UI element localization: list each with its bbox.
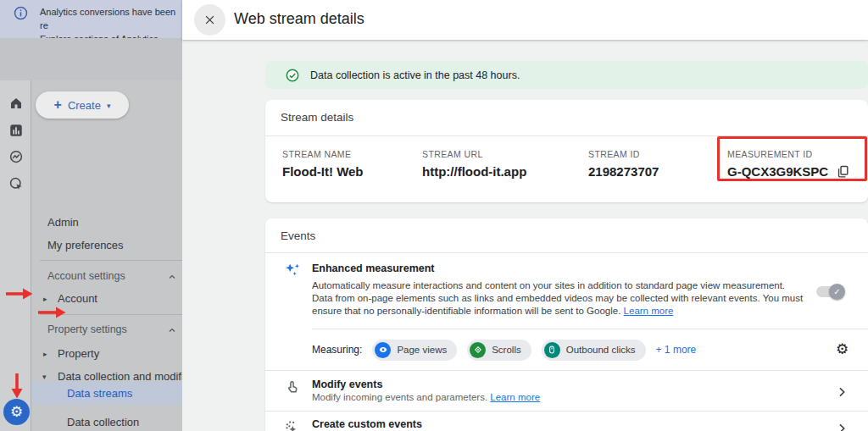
enhanced-measurement-toggle[interactable]: ✓	[816, 286, 843, 297]
enhanced-measurement-title: Enhanced measurement	[312, 262, 435, 274]
close-icon	[203, 14, 216, 26]
page-title: Web stream details	[234, 10, 364, 28]
page-views-icon	[375, 342, 391, 358]
modify-events-description: Modify incoming events and parameters. L…	[312, 392, 540, 402]
create-custom-events-icon	[284, 419, 300, 431]
panel-header: Web stream details	[182, 0, 868, 40]
panel-body: Data collection is active in the past 48…	[182, 40, 868, 431]
field-stream-id: STREAM ID 2198273707	[588, 149, 659, 179]
status-text: Data collection is active in the past 48…	[310, 69, 520, 81]
check-icon: ✓	[833, 288, 840, 296]
nav-item-data-collection-mod[interactable]: Data collection and modifica..	[58, 370, 202, 383]
annotation-arrow-data-streams	[37, 307, 66, 318]
gear-icon[interactable]: ⚙	[836, 342, 851, 357]
card-divider	[265, 411, 868, 412]
chevron-down-icon: ▾	[107, 102, 111, 110]
chevron-right-icon[interactable]	[835, 422, 849, 431]
create-button[interactable]: + Create ▾	[36, 91, 129, 119]
reports-icon[interactable]	[8, 123, 24, 138]
analytics-app: Analytics conversions have been re Explo…	[0, 0, 868, 431]
web-stream-details-panel: Web stream details Data collection is ac…	[182, 0, 868, 431]
card-divider	[265, 252, 868, 253]
enhanced-measurement-icon	[284, 262, 300, 278]
nav-section-property-settings[interactable]: Property settings	[47, 323, 127, 335]
notification-banner: Analytics conversions have been re Explo…	[0, 0, 182, 38]
check-circle-icon	[286, 69, 299, 82]
inset-divider	[312, 329, 868, 329]
nav-item-admin[interactable]: Admin	[47, 216, 79, 229]
advertising-icon[interactable]	[8, 176, 24, 191]
measurement-id-highlight-box	[717, 136, 867, 181]
chip-scrolls[interactable]: Scrolls	[467, 340, 531, 361]
chip-outbound-clicks[interactable]: Outbound clicks	[542, 340, 646, 361]
nav-divider	[40, 260, 182, 261]
measuring-row: Measuring: Page views	[312, 333, 851, 367]
expand-right-icon[interactable]: ▸	[43, 350, 47, 358]
nav-item-my-preferences[interactable]: My preferences	[47, 239, 124, 251]
nav-item-data-streams[interactable]: Data streams	[67, 387, 132, 400]
modify-events-icon	[284, 379, 300, 395]
home-icon[interactable]	[8, 96, 24, 111]
toggle-knob: ✓	[829, 284, 845, 300]
chip-page-views[interactable]: Page views	[372, 340, 457, 361]
outbound-clicks-icon	[544, 342, 560, 358]
measuring-label: Measuring:	[312, 344, 362, 356]
card-title: Events	[281, 229, 315, 242]
plus-icon: +	[54, 98, 62, 112]
scrolls-icon	[470, 342, 486, 358]
nav-item-data-collection[interactable]: Data collection	[67, 416, 139, 428]
nav-section-account-settings[interactable]: Account settings	[47, 270, 125, 282]
chevron-up-icon[interactable]	[167, 272, 177, 282]
create-custom-events-title[interactable]: Create custom events	[312, 418, 422, 430]
app-bar: Analytics All accounts ▾	[0, 38, 182, 80]
info-icon	[14, 6, 28, 20]
annotation-arrow-gear	[11, 373, 23, 399]
field-stream-name: STREAM NAME Flood-It! Web	[282, 149, 364, 179]
expand-down-icon[interactable]: ▾	[42, 373, 47, 381]
learn-more-link[interactable]: Learn more	[490, 392, 540, 402]
more-measurements-link[interactable]: + 1 more	[656, 344, 697, 356]
gear-icon: ⚙	[10, 405, 23, 419]
expand-right-icon[interactable]: ▸	[43, 295, 47, 303]
enhanced-measurement-description: Automatically measure interactions and c…	[312, 279, 821, 318]
card-title: Stream details	[281, 111, 353, 124]
explore-icon[interactable]	[8, 149, 24, 164]
background-page: Analytics conversions have been re Explo…	[0, 0, 182, 431]
field-stream-url: STREAM URL http://flood-it.app	[422, 149, 526, 179]
learn-more-link[interactable]: Learn more	[624, 306, 674, 316]
admin-nav: + Create ▾ Admin My preferences Account …	[31, 80, 182, 431]
nav-item-property[interactable]: Property	[58, 347, 99, 360]
nav-item-account[interactable]: Account	[58, 292, 97, 305]
annotation-arrow-data-collection	[5, 288, 33, 300]
admin-gear-button[interactable]: ⚙	[3, 399, 30, 425]
modify-events-title[interactable]: Modify events	[312, 379, 382, 390]
chevron-up-icon[interactable]	[167, 325, 177, 335]
events-card: Events Enhanced measurement Automaticall…	[265, 218, 868, 431]
close-button[interactable]	[194, 4, 225, 36]
chevron-right-icon[interactable]	[835, 385, 849, 399]
status-banner: Data collection is active in the past 48…	[265, 61, 868, 89]
card-divider	[265, 370, 868, 371]
